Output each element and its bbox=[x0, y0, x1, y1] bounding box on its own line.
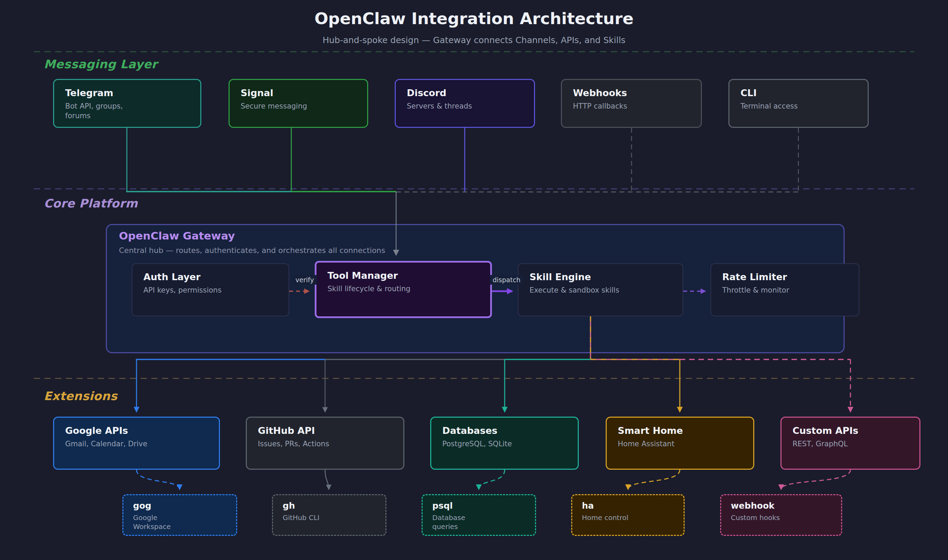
node-rate-limiter: Rate Limiter Throttle & monitor bbox=[711, 263, 859, 316]
node-rate-limiter-subtitle: Throttle & monitor bbox=[722, 286, 848, 295]
node-gog-title: gog bbox=[133, 501, 226, 511]
node-databases: Databases PostgreSQL, SQLite bbox=[430, 417, 579, 470]
node-discord-title: Discord bbox=[407, 88, 523, 98]
node-cli-subtitle: Terminal access bbox=[740, 102, 857, 111]
page-subtitle: Hub-and-spoke design — Gateway connects … bbox=[0, 35, 948, 45]
node-gh-subtitle: GitHub CLI bbox=[283, 513, 376, 522]
node-tool-manager-title: Tool Manager bbox=[328, 270, 479, 281]
node-telegram: Telegram Bot API, groups, forums bbox=[53, 79, 201, 128]
node-custom-apis-title: Custom APIs bbox=[793, 425, 908, 436]
node-gog-subtitle: Google Workspace bbox=[133, 513, 192, 531]
node-tool-manager-subtitle: Skill lifecycle & routing bbox=[328, 284, 479, 294]
node-ha: ha Home control bbox=[571, 494, 685, 536]
node-databases-title: Databases bbox=[442, 425, 567, 436]
node-github-api: GitHub API Issues, PRs, Actions bbox=[246, 417, 404, 470]
node-webhooks: Webhooks HTTP callbacks bbox=[561, 79, 702, 128]
node-tool-manager: Tool Manager Skill lifecycle & routing bbox=[315, 261, 492, 318]
node-smart-home-title: Smart Home bbox=[618, 425, 742, 436]
node-discord: Discord Servers & threads bbox=[395, 79, 535, 128]
node-github-api-title: GitHub API bbox=[258, 425, 392, 436]
node-gh: gh GitHub CLI bbox=[272, 494, 386, 536]
node-skill-engine-title: Skill Engine bbox=[529, 272, 671, 282]
node-telegram-title: Telegram bbox=[65, 88, 189, 98]
node-signal-title: Signal bbox=[241, 88, 356, 98]
node-custom-apis-subtitle: REST, GraphQL bbox=[793, 439, 908, 449]
node-smart-home-subtitle: Home Assistant bbox=[618, 439, 742, 449]
node-psql-title: psql bbox=[432, 501, 525, 511]
node-cli: CLI Terminal access bbox=[728, 79, 869, 128]
node-google-apis-title: Google APIs bbox=[65, 425, 208, 436]
section-heading-extensions: Extensions bbox=[44, 389, 117, 403]
node-ha-subtitle: Home control bbox=[582, 513, 674, 522]
node-ha-title: ha bbox=[582, 501, 674, 511]
node-psql-subtitle: Database queries bbox=[432, 513, 488, 531]
node-cli-title: CLI bbox=[740, 88, 857, 98]
section-heading-messaging: Messaging Layer bbox=[44, 57, 157, 71]
node-webhooks-subtitle: HTTP callbacks bbox=[573, 102, 690, 111]
node-gh-title: gh bbox=[283, 501, 376, 511]
edge-label-verify: verify bbox=[293, 275, 317, 285]
node-psql: psql Database queries bbox=[422, 494, 536, 536]
node-google-apis: Google APIs Gmail, Calendar, Drive bbox=[53, 417, 220, 470]
node-skill-engine: Skill Engine Execute & sandbox skills bbox=[518, 263, 683, 316]
page-title: OpenClaw Integration Architecture bbox=[0, 9, 948, 28]
node-webhook-title: webhook bbox=[731, 501, 831, 511]
node-github-api-subtitle: Issues, PRs, Actions bbox=[258, 439, 392, 449]
node-custom-apis: Custom APIs REST, GraphQL bbox=[780, 417, 920, 470]
node-databases-subtitle: PostgreSQL, SQLite bbox=[442, 439, 567, 449]
node-telegram-subtitle: Bot API, groups, forums bbox=[65, 102, 145, 121]
diagram-canvas: OpenClaw Integration Architecture Hub-an… bbox=[0, 0, 948, 560]
node-signal: Signal Secure messaging bbox=[229, 79, 368, 128]
node-auth-layer-title: Auth Layer bbox=[143, 272, 277, 282]
node-skill-engine-subtitle: Execute & sandbox skills bbox=[529, 286, 671, 295]
node-smart-home: Smart Home Home Assistant bbox=[606, 417, 754, 470]
node-gog: gog Google Workspace bbox=[122, 494, 237, 536]
node-auth-layer-subtitle: API keys, permissions bbox=[143, 286, 277, 295]
node-discord-subtitle: Servers & threads bbox=[407, 102, 523, 111]
gateway-subtitle: Central hub — routes, authenticates, and… bbox=[119, 246, 385, 255]
node-webhook: webhook Custom hooks bbox=[720, 494, 842, 536]
gateway-title: OpenClaw Gateway bbox=[119, 229, 235, 242]
section-heading-core: Core Platform bbox=[44, 197, 138, 210]
node-google-apis-subtitle: Gmail, Calendar, Drive bbox=[65, 439, 208, 449]
node-rate-limiter-title: Rate Limiter bbox=[722, 272, 848, 282]
node-webhooks-title: Webhooks bbox=[573, 88, 690, 98]
node-auth-layer: Auth Layer API keys, permissions bbox=[132, 263, 289, 316]
node-webhook-subtitle: Custom hooks bbox=[731, 513, 831, 522]
edge-label-dispatch: dispatch bbox=[490, 275, 523, 285]
node-signal-subtitle: Secure messaging bbox=[241, 102, 356, 111]
